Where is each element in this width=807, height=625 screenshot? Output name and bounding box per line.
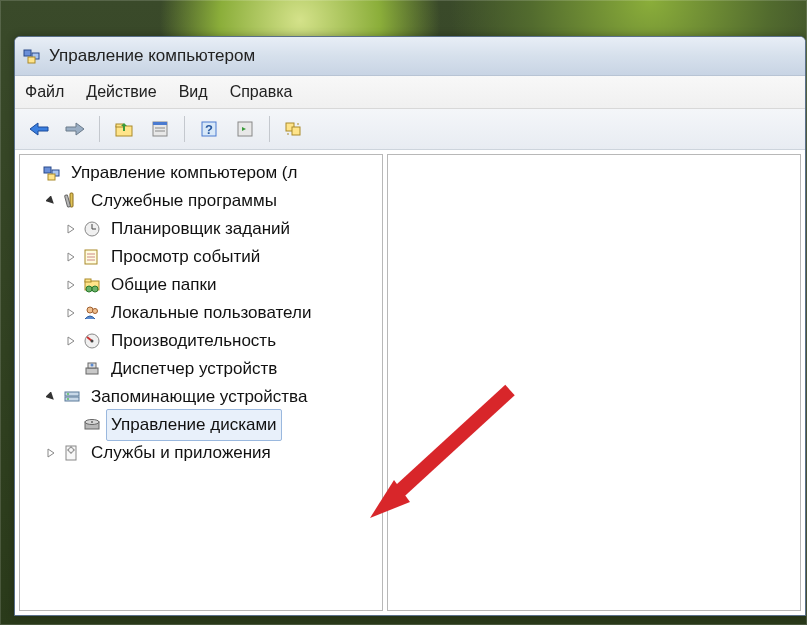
svg-point-52 — [67, 393, 69, 395]
services-icon — [62, 443, 82, 463]
tree-performance[interactable]: Производительность — [64, 327, 382, 355]
menu-action[interactable]: Действие — [86, 83, 156, 101]
tree-pane: Управление компьютером (л — [19, 154, 383, 611]
tree: Управление компьютером (л — [20, 159, 382, 467]
menu-file[interactable]: Файл — [25, 83, 64, 101]
svg-rect-22 — [48, 174, 55, 180]
performance-icon — [82, 331, 102, 351]
svg-marker-49 — [46, 392, 56, 402]
computer-management-icon — [42, 163, 62, 183]
shared-folder-icon — [82, 275, 102, 295]
svg-point-53 — [67, 398, 69, 400]
svg-rect-9 — [153, 122, 167, 125]
users-icon — [82, 303, 102, 323]
svg-marker-43 — [68, 337, 74, 345]
app-icon — [23, 47, 41, 65]
forward-button[interactable] — [59, 113, 91, 145]
tree-shared-folders[interactable]: Общие папки — [64, 271, 382, 299]
expander-collapsed-icon[interactable] — [64, 222, 78, 236]
refresh-button[interactable] — [229, 113, 261, 145]
expander-expanded-icon[interactable] — [44, 194, 58, 208]
svg-rect-0 — [24, 50, 31, 56]
event-log-icon — [82, 247, 102, 267]
tree-device-manager[interactable]: Диспетчер устройств — [64, 355, 382, 383]
tree-task-scheduler[interactable]: Планировщик заданий — [64, 215, 382, 243]
svg-point-42 — [93, 309, 98, 314]
tree-services-label: Службы и приложения — [86, 437, 276, 469]
tools-icon — [62, 191, 82, 211]
properties-button[interactable] — [144, 113, 176, 145]
svg-marker-4 — [66, 123, 84, 135]
svg-marker-3 — [30, 123, 48, 135]
tree-disk-management[interactable]: Управление дисками — [64, 411, 382, 439]
toolbar: ? — [15, 109, 805, 150]
svg-rect-17 — [292, 127, 300, 135]
toolbar-separator — [269, 116, 270, 142]
window-title: Управление компьютером — [49, 46, 255, 66]
storage-icon — [62, 387, 82, 407]
tree-root[interactable]: Управление компьютером (л — [24, 159, 382, 187]
menubar: Файл Действие Вид Справка — [15, 76, 805, 109]
help-button[interactable]: ? — [193, 113, 225, 145]
mmc-window: Управление компьютером Файл Действие Вид… — [14, 36, 806, 616]
clock-icon — [82, 219, 102, 239]
tree-event-viewer[interactable]: Просмотр событий — [64, 243, 382, 271]
expander-collapsed-icon[interactable] — [64, 278, 78, 292]
expander-collapsed-icon[interactable] — [64, 306, 78, 320]
expander-collapsed-icon[interactable] — [64, 250, 78, 264]
svg-rect-2 — [28, 57, 35, 63]
svg-point-41 — [87, 307, 93, 313]
svg-marker-35 — [68, 281, 74, 289]
svg-marker-57 — [48, 449, 54, 457]
export-button[interactable] — [278, 113, 310, 145]
toolbar-separator — [99, 116, 100, 142]
svg-point-39 — [92, 286, 98, 292]
svg-point-45 — [91, 340, 94, 343]
menu-view[interactable]: Вид — [179, 83, 208, 101]
expander-collapsed-icon[interactable] — [64, 334, 78, 348]
svg-text:?: ? — [205, 122, 213, 137]
svg-marker-30 — [68, 253, 74, 261]
toolbar-separator — [184, 116, 185, 142]
svg-marker-40 — [68, 309, 74, 317]
back-button[interactable] — [23, 113, 55, 145]
up-folder-button[interactable] — [108, 113, 140, 145]
tree-storage[interactable]: Запоминающие устройства — [44, 383, 382, 411]
device-manager-icon — [82, 359, 102, 379]
svg-marker-26 — [68, 225, 74, 233]
menu-help[interactable]: Справка — [230, 83, 293, 101]
svg-point-38 — [86, 286, 92, 292]
expander-collapsed-icon[interactable] — [44, 446, 58, 460]
svg-rect-37 — [85, 279, 91, 282]
tree-system-tools[interactable]: Служебные программы — [44, 187, 382, 215]
svg-point-56 — [91, 421, 93, 423]
svg-point-48 — [91, 364, 94, 367]
expander-expanded-icon[interactable] — [44, 390, 58, 404]
svg-marker-23 — [46, 196, 56, 206]
titlebar[interactable]: Управление компьютером — [15, 37, 805, 76]
svg-rect-20 — [44, 167, 51, 173]
details-pane — [387, 154, 801, 611]
content-area: Управление компьютером (л — [15, 150, 805, 615]
disk-icon — [82, 415, 102, 435]
svg-rect-46 — [86, 368, 98, 374]
tree-local-users[interactable]: Локальные пользователи — [64, 299, 382, 327]
tree-services[interactable]: Службы и приложения — [44, 439, 382, 467]
